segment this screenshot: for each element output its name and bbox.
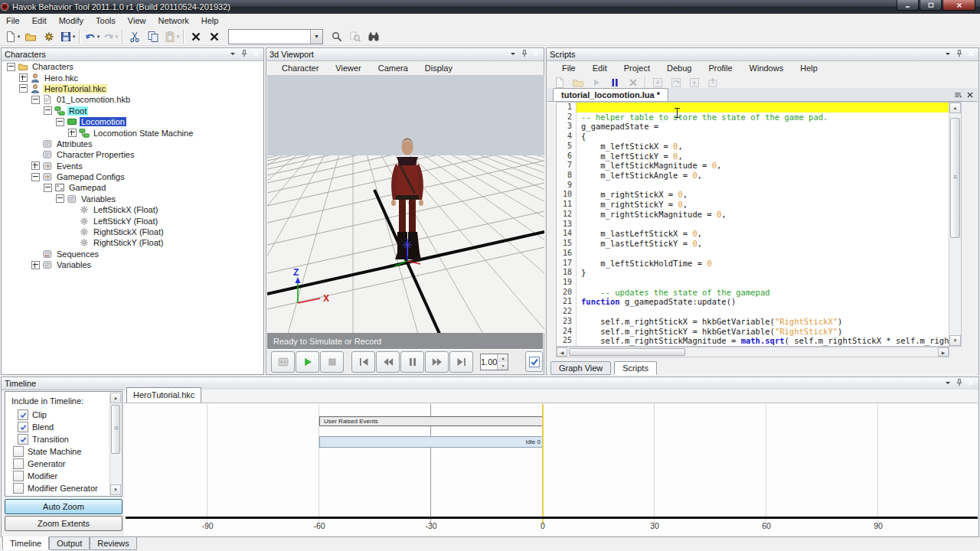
close-document-icon[interactable] — [965, 90, 975, 99]
transport-play-button[interactable] — [296, 351, 319, 373]
checkbox-row-modifier-generator[interactable]: Modifier Generator — [5, 482, 122, 494]
tree-expander[interactable] — [68, 129, 77, 137]
editor-vertical-scrollbar[interactable]: ▲ ▼ — [949, 103, 961, 346]
tree-expander[interactable] — [31, 161, 40, 170]
tab-timeline[interactable]: Timeline — [2, 536, 49, 550]
tree-item-variables[interactable]: Variables — [2, 259, 263, 270]
tree-item-root[interactable]: Root — [2, 106, 263, 116]
menu-profile[interactable]: Profile — [700, 62, 740, 74]
delete-x-button[interactable] — [205, 28, 224, 45]
search-combobox[interactable]: ▼ — [228, 29, 323, 44]
menu-file[interactable]: File — [554, 62, 584, 74]
menu-debug[interactable]: Debug — [658, 62, 700, 74]
transport-pause-button[interactable] — [400, 351, 424, 373]
menu-display[interactable]: Display — [416, 62, 461, 74]
magnifier-button[interactable] — [328, 28, 346, 45]
menu-camera[interactable]: Camera — [370, 62, 416, 74]
panel-close-button[interactable] — [966, 378, 975, 389]
transport-stop-button[interactable] — [320, 351, 344, 373]
tree-item-variables[interactable]: Variables — [2, 194, 263, 204]
zoom-extents-button[interactable]: Zoom Extents — [5, 516, 122, 531]
menu-tools[interactable]: Tools — [90, 15, 122, 27]
menu-viewer[interactable]: Viewer — [327, 62, 369, 74]
tree-item-locomotion[interactable]: Locomotion — [2, 116, 263, 127]
checkbox-row-generator[interactable]: Generator — [5, 458, 122, 470]
idle-clip-bar[interactable]: Idle 0 — [319, 436, 543, 448]
panel-chevron-down-button[interactable] — [228, 49, 237, 60]
delete-x-button[interactable] — [187, 28, 205, 45]
transport-fast-forward-button[interactable] — [425, 351, 449, 373]
panel-pin-button[interactable] — [520, 49, 529, 60]
panel-pin-button[interactable] — [240, 49, 249, 60]
window-close-button[interactable] — [942, 0, 975, 11]
menu-modify[interactable]: Modify — [53, 15, 90, 27]
tree-expander[interactable] — [44, 106, 52, 115]
tree-item-hero-hkc[interactable]: Hero.hkc — [2, 72, 263, 83]
panel-chevron-down-button[interactable] — [943, 378, 952, 389]
checkbox-generator[interactable] — [13, 458, 24, 469]
loop-toggle-button[interactable] — [525, 351, 543, 372]
menu-file[interactable]: File — [0, 15, 26, 27]
new-file-button[interactable]: ▾ — [3, 28, 21, 45]
search-input[interactable] — [229, 30, 310, 44]
menu-help[interactable]: Help — [792, 62, 826, 74]
tree-expander[interactable] — [31, 261, 40, 269]
menu-view[interactable]: View — [122, 15, 152, 27]
tree-expander[interactable] — [31, 173, 40, 181]
checkbox-row-modifier[interactable]: Modifier — [5, 470, 122, 482]
window-minimize-button[interactable] — [897, 0, 919, 11]
tab-reviews[interactable]: Reviews — [90, 537, 137, 550]
tree-item-locomotion-state-machine[interactable]: Locomotion State Machine — [2, 127, 263, 138]
playback-speed-spinner[interactable]: 1.00 ▲▼ — [480, 354, 508, 370]
tree-item-01-locomotion-hkb[interactable]: 01_Locomotion.hkb — [2, 94, 263, 105]
transport-skip-to-end-button[interactable] — [449, 351, 473, 373]
panel-pin-button[interactable] — [955, 378, 964, 389]
editor-horizontal-scrollbar[interactable]: ◀▶ — [556, 347, 949, 357]
menu-project[interactable]: Project — [616, 62, 658, 74]
panel-chevron-down-button[interactable] — [943, 49, 952, 60]
save-button[interactable]: ▾ — [58, 28, 77, 45]
tree-item-characters[interactable]: Characters — [2, 61, 263, 72]
open-button[interactable] — [21, 28, 40, 45]
panel-chevron-down-button[interactable] — [508, 49, 518, 60]
cut-button[interactable] — [126, 28, 144, 45]
tree-item-leftsticky-float-[interactable]: LeftStickY (Float) — [2, 215, 263, 226]
redo-button[interactable]: ▾ — [101, 28, 119, 45]
code-text-area[interactable]: -- helper table to store the state of th… — [577, 103, 949, 346]
tree-expander[interactable] — [56, 118, 64, 126]
tab-graph-view[interactable]: Graph View — [550, 361, 611, 375]
transport-record-button[interactable] — [271, 351, 295, 373]
tab-list-icon[interactable] — [953, 90, 962, 99]
checkbox-row-transition[interactable]: Transition — [5, 433, 122, 445]
menu-network[interactable]: Network — [152, 15, 194, 27]
menu-character[interactable]: Character — [273, 62, 327, 74]
panel-close-button[interactable] — [251, 49, 260, 60]
tree-item-rightstickx-float-[interactable]: RightStickX (Float) — [2, 227, 263, 237]
timeline-character-tab[interactable]: HeroTutorial.hkc — [126, 387, 201, 403]
script-file-tab[interactable]: tutorial_locomotion.lua * — [553, 88, 668, 101]
speed-spin-arrows[interactable]: ▲▼ — [497, 354, 508, 370]
tree-item-rightsticky-float-[interactable]: RightStickY (Float) — [2, 237, 263, 248]
copy-button[interactable] — [144, 28, 162, 45]
tree-item-events[interactable]: Events — [2, 161, 263, 171]
transport-rewind-button[interactable] — [376, 351, 400, 373]
panel-pin-button[interactable] — [955, 49, 964, 60]
code-editor[interactable]: 1234567891011121314151617181920212223242… — [556, 102, 962, 347]
tab-scripts[interactable]: Scripts — [614, 361, 657, 375]
tree-expander[interactable] — [56, 194, 64, 203]
filter-list-scrollbar[interactable]: ▲ ▼ — [109, 393, 121, 495]
window-maximize-button[interactable] — [920, 0, 942, 11]
menu-edit[interactable]: Edit — [26, 15, 53, 27]
tree-expander[interactable] — [19, 84, 28, 93]
tree-item-leftstickx-float-[interactable]: LeftStickX (Float) — [2, 204, 263, 215]
user-raised-events-bar[interactable]: User Raised Events — [319, 416, 543, 426]
checkbox-row-clip[interactable]: Clip — [5, 409, 122, 421]
timeline-tracks[interactable]: User Raised Events Idle 0 -90-60-3003060… — [124, 403, 978, 536]
playhead[interactable] — [542, 404, 544, 524]
menu-help[interactable]: Help — [195, 15, 225, 27]
checkbox-modifier-generator[interactable] — [13, 483, 24, 494]
configure-button[interactable] — [40, 28, 58, 45]
menu-edit[interactable]: Edit — [584, 62, 616, 74]
transport-skip-to-start-button[interactable] — [351, 351, 375, 373]
paste-button[interactable]: ▾ — [162, 28, 181, 45]
